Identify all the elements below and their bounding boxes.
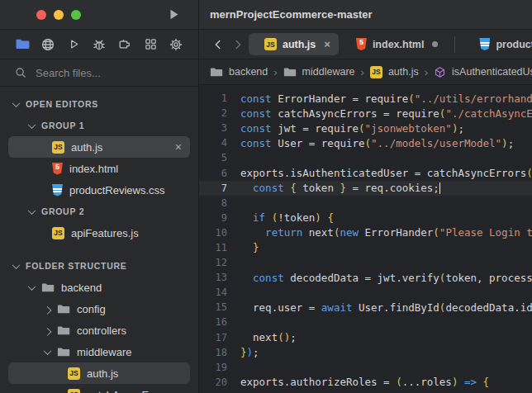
code-editor[interactable]: 1const ErrorHander = require("../utils/e…	[199, 87, 532, 393]
code-line: 1const ErrorHander = require("../utils/e…	[199, 91, 532, 106]
tree-item-group-1[interactable]: GROUP 1	[8, 115, 190, 136]
breadcrumb-separator: ›	[273, 66, 277, 78]
window-title: mernProjectEcommerce-master	[210, 8, 373, 21]
settings-icon[interactable]	[167, 36, 185, 54]
folder-icon	[210, 66, 223, 78]
js-file-icon: JS	[52, 141, 64, 154]
sidebar: Search files... OPEN EDITORSGROUP 1JSaut…	[0, 0, 199, 393]
line-number: 9	[199, 212, 240, 224]
line-number: 19	[199, 362, 240, 373]
close-window-button[interactable]	[36, 10, 46, 20]
breadcrumb-item-auth-js[interactable]: JSauth.js	[370, 66, 419, 78]
tree-item-catchasyncerrors[interactable]: JScatchAsyncErrors	[8, 384, 190, 393]
tree-item-label: OPEN EDITORS	[26, 99, 98, 109]
line-number: 17	[199, 332, 240, 343]
tree-item-label: auth.js	[71, 141, 102, 154]
nav-forward-button[interactable]	[229, 36, 247, 54]
search-input[interactable]: Search files...	[0, 59, 198, 87]
breadcrumb: backend›middleware›JSauth.js›isAuthentic…	[199, 59, 532, 85]
file-tree: OPEN EDITORSGROUP 1JSauth.js×5index.html…	[0, 87, 198, 393]
folder-icon	[283, 66, 297, 78]
js-file-icon: JS	[370, 66, 382, 78]
code-text: exports.isAuthenticatedUser = catchAsync…	[240, 167, 532, 179]
js-file-icon: JS	[68, 367, 80, 380]
line-number: 14	[199, 286, 240, 298]
line-number: 12	[199, 257, 240, 268]
code-line: 18});	[199, 345, 532, 360]
tab-productreviews-css[interactable]: productReviews.css	[463, 33, 532, 55]
code-line: 13 const decodedData = jwt.verify(token,…	[199, 270, 532, 285]
line-number: 15	[199, 301, 240, 313]
tree-item-auth-js[interactable]: JSauth.js	[8, 362, 190, 384]
line-number: 13	[199, 272, 240, 283]
code-text: const ErrorHander = require("../utils/er…	[240, 92, 532, 105]
breadcrumb-label: middleware	[302, 66, 355, 78]
breadcrumb-item-backend[interactable]: backend	[210, 66, 268, 78]
code-line: 3const jwt = require("jsonwebtoken");	[199, 121, 532, 135]
globe-icon[interactable]	[39, 36, 57, 54]
line-number: 8	[199, 197, 240, 209]
breadcrumb-item-isauthenticateduser[interactable]: isAuthenticatedUser	[434, 66, 532, 78]
line-number: 2	[199, 107, 240, 119]
tree-item-middleware[interactable]: middleware	[8, 341, 190, 362]
code-line: 14	[199, 285, 532, 300]
tree-item-folder-structure[interactable]: FOLDER STRUCTURE	[8, 255, 190, 277]
code-line: 4const User = require("../models/userMod…	[199, 135, 532, 150]
debug-icon[interactable]	[90, 36, 108, 54]
folder-icon	[57, 303, 70, 315]
tree-item-controllers[interactable]: controllers	[8, 320, 190, 341]
tree-item-apifeatures-js[interactable]: JSapiFeatures.js	[8, 222, 190, 244]
chevron-down-icon	[28, 206, 36, 215]
search-placeholder: Search files...	[36, 67, 101, 79]
tab-index-html[interactable]: 5index.html	[340, 33, 447, 55]
tab-label: productReviews.css	[496, 39, 532, 50]
tree-item-auth-js[interactable]: JSauth.js×	[8, 136, 190, 158]
line-number: 16	[199, 316, 240, 328]
breadcrumb-separator: ›	[425, 66, 428, 78]
minimize-window-button[interactable]	[54, 10, 64, 20]
code-text: exports.authorizeRoles = (...roles) => {	[240, 376, 532, 388]
app-window: Search files... OPEN EDITORSGROUP 1JSaut…	[0, 0, 532, 393]
tree-item-config[interactable]: config	[8, 298, 190, 320]
tree-item-label: FOLDER STRUCTURE	[26, 261, 127, 271]
js-file-icon: JS	[264, 38, 277, 50]
extensions-icon[interactable]	[116, 36, 134, 54]
grid-icon[interactable]	[141, 36, 159, 54]
tree-item-label: config	[77, 303, 106, 315]
chevron-down-icon	[12, 261, 21, 269]
code-line: 16	[199, 315, 532, 329]
tab-auth-js[interactable]: JSauth.js×	[249, 33, 339, 55]
code-line: 5	[199, 150, 532, 165]
code-text: req.user = await User.findById(decodedDa…	[240, 301, 532, 314]
tree-item-open-editors[interactable]: OPEN EDITORS	[8, 93, 190, 115]
close-icon[interactable]: ×	[324, 38, 330, 50]
code-line: 2const catchAsyncErrors = require("./cat…	[199, 106, 532, 121]
js-file-icon: JS	[52, 227, 64, 239]
tab-label: auth.js	[283, 39, 316, 50]
tab-label: index.html	[373, 39, 425, 50]
css-file-icon	[479, 38, 490, 50]
code-line: 10 return next(new ErrorHander("Please L…	[199, 225, 532, 240]
code-text: const jwt = require("jsonwebtoken");	[240, 122, 532, 135]
explorer-folder-icon[interactable]	[13, 36, 31, 54]
tree-item-label: apiFeatures.js	[71, 227, 139, 239]
code-line: 8	[199, 196, 532, 211]
close-icon[interactable]: ×	[175, 141, 182, 153]
breadcrumb-item-middleware[interactable]: middleware	[283, 66, 355, 78]
run-play-button[interactable]	[168, 8, 180, 21]
line-number: 3	[199, 122, 240, 134]
code-line: 19	[199, 360, 532, 375]
nav-back-button[interactable]	[209, 36, 227, 54]
tree-item-backend[interactable]: backend	[8, 277, 190, 298]
code-line: 20exports.authorizeRoles = (...roles) =>…	[199, 375, 532, 390]
tree-item-productreviews-css[interactable]: productReviews.css	[8, 179, 190, 201]
zoom-window-button[interactable]	[71, 10, 81, 20]
tab-separator	[454, 36, 455, 53]
tree-item-group-2[interactable]: GROUP 2	[8, 201, 190, 222]
tree-item-index-html[interactable]: 5index.html	[8, 158, 190, 179]
tree-item-label: middleware	[77, 346, 131, 358]
html-file-icon: 5	[52, 163, 63, 175]
run-icon[interactable]	[64, 36, 83, 54]
breadcrumb-separator: ›	[361, 66, 364, 78]
tree-item-label: catchAsyncErrors	[87, 389, 171, 393]
